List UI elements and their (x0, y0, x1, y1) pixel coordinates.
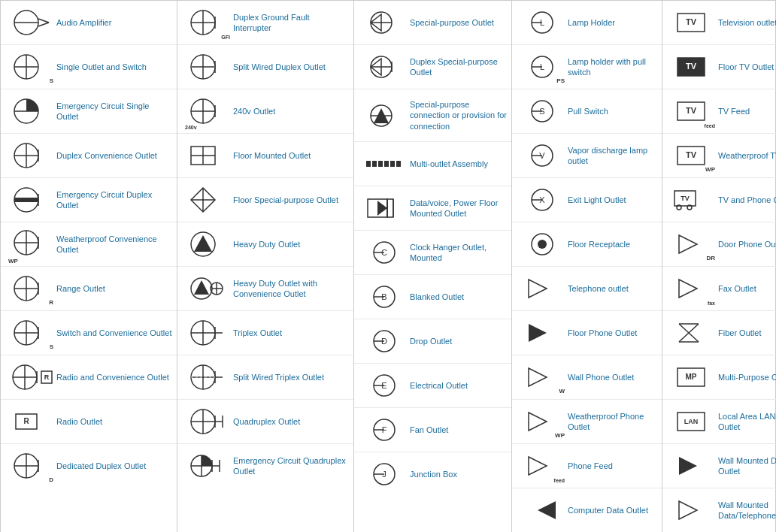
audio-amplifier-label: Audio Amplifier (56, 17, 172, 28)
heavy-duty-convenience-icon (182, 270, 233, 307)
svg-marker-153 (529, 457, 547, 475)
heavy-duty-icon (182, 225, 233, 263)
list-item: R Radio and Convenience Outlet (1, 355, 177, 400)
vapor-discharge-label: Vapor discharge lamp outlet (568, 145, 657, 167)
list-item: Emergency Circuit Duplex Outlet (1, 178, 177, 222)
switch-convenience-icon: S (5, 314, 56, 352)
telephone-outlet-label: Telephone outlet (568, 283, 657, 294)
floor-phone-icon (517, 314, 568, 352)
emergency-circuit-single-icon (5, 92, 56, 130)
floor-phone-label: Floor Phone Outlet (568, 328, 657, 338)
list-item: L Lamp Holder (512, 1, 662, 45)
list-item: WP Weatherproof Phone Outlet (512, 400, 662, 444)
single-outlet-switch-icon: S (5, 48, 56, 86)
list-item: R Radio Outlet (1, 400, 177, 444)
lamp-holder-pull-icon: L PS (517, 48, 568, 86)
list-item: Fiber Outlet (662, 311, 776, 355)
svg-text:D: D (381, 337, 387, 346)
lamp-holder-icon: L (517, 4, 568, 41)
list-item: Computer Data Outlet (512, 488, 662, 532)
list-item: D Drop Outlet (354, 319, 511, 364)
svg-text:R: R (23, 417, 29, 425)
floor-receptacle-icon (517, 225, 568, 263)
duplex-special-purpose-label: Duplex Special-purpose Outlet (410, 56, 507, 78)
list-item: Audio Amplifier (1, 1, 177, 45)
list-item: Floor Mounted Outlet (177, 134, 353, 178)
list-item: J Junction Box (354, 452, 511, 496)
special-purpose-icon (359, 4, 410, 41)
split-wired-triplex-icon (182, 358, 233, 396)
radio-convenience-icon: R (5, 358, 56, 396)
floor-tv-icon: TV (667, 48, 718, 86)
list-item: Telephone outlet (512, 267, 662, 311)
floor-special-purpose-label: Floor Special-purpose Outlet (233, 195, 349, 205)
column-2: GFI Duplex Ground Fault Interrupter Spli… (177, 1, 354, 532)
duplex-special-purpose-icon (359, 48, 410, 86)
wall-mounted-data-telephone-icon (667, 491, 718, 529)
list-item: Triplex Outlet (177, 311, 353, 355)
svg-text:TV: TV (681, 195, 690, 202)
clock-hanger-icon: C (359, 234, 410, 271)
fax-outlet-icon: fax (667, 270, 718, 307)
list-item: C Clock Hanger Outlet, Mounted (354, 231, 511, 275)
list-item: V Vapor discharge lamp outlet (512, 134, 662, 178)
emergency-circuit-duplex-label: Emergency Circuit Duplex Outlet (56, 189, 172, 211)
pull-switch-label: Pull Switch (568, 106, 657, 116)
weatherproof-convenience-icon: WP (5, 225, 56, 263)
floor-tv-label: Floor TV Outlet (718, 62, 776, 72)
list-item: Special-purpose Outlet (354, 1, 511, 45)
svg-text:R: R (44, 373, 50, 381)
svg-rect-107 (390, 161, 395, 167)
svg-text:C: C (381, 248, 387, 257)
weatherproof-convenience-label: Weatherproof Convenience Outlet (56, 234, 172, 255)
lan-outlet-label: Local Area LAN Network Outlet (718, 411, 776, 433)
special-purpose-label: Special-purpose Outlet (410, 17, 507, 28)
svg-marker-110 (377, 201, 387, 216)
list-item: D Dedicated Duplex Outlet (1, 444, 177, 488)
list-item: Split Wired Duplex Outlet (177, 45, 353, 89)
emergency-circuit-quadruplex-label: Emergency Circuit Quadruplex Outlet (233, 455, 349, 477)
list-item: GFI Duplex Ground Fault Interrupter (177, 1, 353, 45)
svg-text:LAN: LAN (684, 418, 699, 425)
door-phone-label: Door Phone Outlet (718, 239, 776, 249)
list-item: WP Weatherproof Convenience Outlet (1, 222, 177, 267)
clock-hanger-label: Clock Hanger Outlet, Mounted (410, 242, 507, 264)
svg-marker-150 (529, 324, 547, 342)
svg-marker-178 (679, 501, 697, 519)
list-item: S Single Outlet and Switch (1, 45, 177, 89)
list-item: Heavy Duty Outlet with Convenience Outle… (177, 267, 353, 311)
list-item: TV WP Weatherproof TV Outlet (662, 134, 776, 178)
emergency-circuit-single-label: Emergency Circuit Single Outlet (56, 101, 172, 122)
svg-marker-149 (529, 280, 547, 298)
list-item: TV feed TV Feed (662, 89, 776, 134)
list-item: TV TV and Phone Outlet (662, 178, 776, 222)
list-item: Emergency Circuit Single Outlet (1, 89, 177, 134)
floor-receptacle-label: Floor Receptacle (568, 239, 657, 249)
emergency-circuit-duplex-icon (5, 181, 56, 219)
svg-rect-105 (378, 161, 383, 167)
list-item: Heavy Duty Outlet (177, 222, 353, 267)
svg-line-3 (38, 19, 49, 23)
heavy-duty-convenience-label: Heavy Duty Outlet with Convenience Outle… (233, 278, 349, 300)
svg-marker-63 (194, 235, 212, 252)
list-item: Floor Phone Outlet (512, 311, 662, 355)
duplex-gfi-icon: GFI (182, 4, 233, 41)
wall-phone-icon: W (517, 358, 568, 396)
duplex-gfi-label: Duplex Ground Fault Interrupter (233, 12, 349, 34)
junction-box-label: Junction Box (410, 469, 507, 479)
svg-rect-113 (387, 199, 393, 217)
svg-text:TV: TV (686, 150, 697, 159)
tv-feed-label: TV Feed (718, 106, 776, 116)
svg-text:F: F (382, 425, 387, 434)
wall-mounted-data-label: Wall Mounted Data Outlet (718, 455, 776, 477)
television-outlet-label: Television outlet (718, 17, 776, 28)
list-item: W Wall Phone Outlet (512, 355, 662, 400)
svg-text:S: S (539, 107, 544, 116)
svg-marker-152 (529, 413, 547, 431)
list-item: Split Wired Triplex Outlet (177, 355, 353, 400)
special-purpose-connection-label: Special-purpose connection or provision … (410, 99, 507, 131)
list-item: Duplex Special-purpose Outlet (354, 45, 511, 89)
list-item: Multi-outlet Assembly (354, 142, 511, 186)
wall-mounted-data-icon (667, 447, 718, 485)
list-item: Special-purpose connection or provision … (354, 89, 511, 142)
